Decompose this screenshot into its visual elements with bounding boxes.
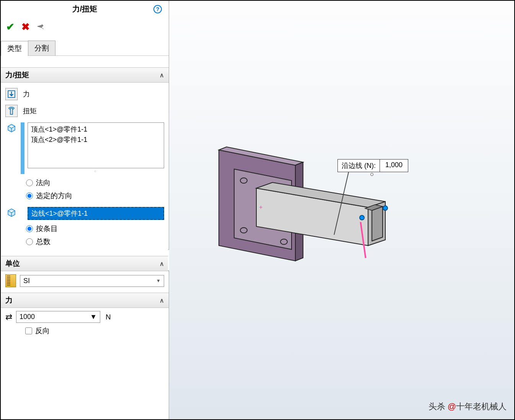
svg-marker-14 (372, 207, 383, 241)
force-value-input[interactable]: 1000 ▼ (16, 311, 100, 323)
chevron-down-icon: ▼ (90, 313, 97, 321)
action-bar: ✔ ✖ (1, 17, 169, 41)
vertex-selection-list[interactable]: 顶点<1>@零件1-1 顶点<2>@零件1-1 (28, 122, 164, 168)
svg-text:+: + (259, 204, 262, 210)
ruler-icon (5, 274, 16, 287)
help-icon[interactable]: ? (153, 5, 162, 13)
units-dropdown[interactable]: SI ▼ (20, 275, 164, 287)
vertex-item-2[interactable]: 顶点<2>@零件1-1 (31, 135, 161, 145)
chevron-down-icon: ▼ (156, 278, 161, 283)
tab-type[interactable]: 类型 (1, 41, 28, 56)
torque-type-icon[interactable] (5, 105, 18, 117)
force-type-icon[interactable] (5, 88, 18, 100)
tab-split[interactable]: 分割 (28, 41, 55, 55)
chevron-up-icon: ∧ (160, 260, 164, 267)
ok-button[interactable]: ✔ (6, 21, 15, 33)
vertex-item-1[interactable]: 顶点<1>@零件1-1 (31, 124, 161, 135)
vertex-2-marker[interactable] (383, 205, 388, 211)
chevron-up-icon: ∧ (160, 297, 164, 304)
pin-icon[interactable] (37, 23, 44, 31)
section-units[interactable]: 单位 ∧ (1, 256, 169, 271)
section-force[interactable]: 力 ∧ (1, 293, 169, 308)
radio-selected-direction[interactable]: 选定的方向 (26, 189, 164, 202)
radio-per-item[interactable]: 按条目 (26, 222, 164, 235)
reverse-checkbox[interactable]: 反向 (5, 323, 164, 336)
watermark: 头杀 @十年老机械人 (429, 401, 507, 412)
selection-bar (21, 122, 24, 174)
svg-rect-2 (10, 108, 13, 114)
direction-face-icon[interactable] (5, 207, 18, 220)
panel-header: 力/扭矩 ? (1, 1, 169, 17)
edge-selection[interactable]: 边线<1>@零件1-1 (28, 207, 164, 220)
property-panel: 力/扭矩 ? ✔ ✖ 类型 分割 力/扭矩 ∧ 力 (1, 1, 169, 419)
callout-value[interactable]: 1,000 (380, 160, 408, 172)
cancel-button[interactable]: ✖ (21, 21, 30, 33)
tab-bar: 类型 分割 (1, 41, 169, 56)
section-force-torque[interactable]: 力/扭矩 ∧ (1, 67, 169, 83)
radio-total[interactable]: 总数 (26, 235, 164, 248)
callout-anchor-top (370, 173, 373, 176)
3d-viewport[interactable]: + 沿边线 (N): 1,000 头杀 @十年老机械人 (169, 1, 514, 419)
radio-normal[interactable]: 法向 (26, 176, 164, 189)
chevron-up-icon: ∧ (160, 72, 164, 79)
resize-grip[interactable]: ○ (28, 168, 164, 174)
direction-arrow-icon[interactable]: ⇄ (5, 312, 12, 322)
panel-title: 力/扭矩 (72, 4, 98, 14)
callout-label: 沿边线 (N): (338, 160, 380, 172)
selection-face-icon[interactable] (5, 122, 18, 174)
force-unit: N (106, 313, 111, 321)
force-type-label: 力 (23, 90, 30, 99)
force-callout[interactable]: 沿边线 (N): 1,000 (337, 159, 408, 172)
torque-type-label: 扭矩 (23, 106, 37, 116)
vertex-1-marker[interactable] (359, 215, 365, 220)
